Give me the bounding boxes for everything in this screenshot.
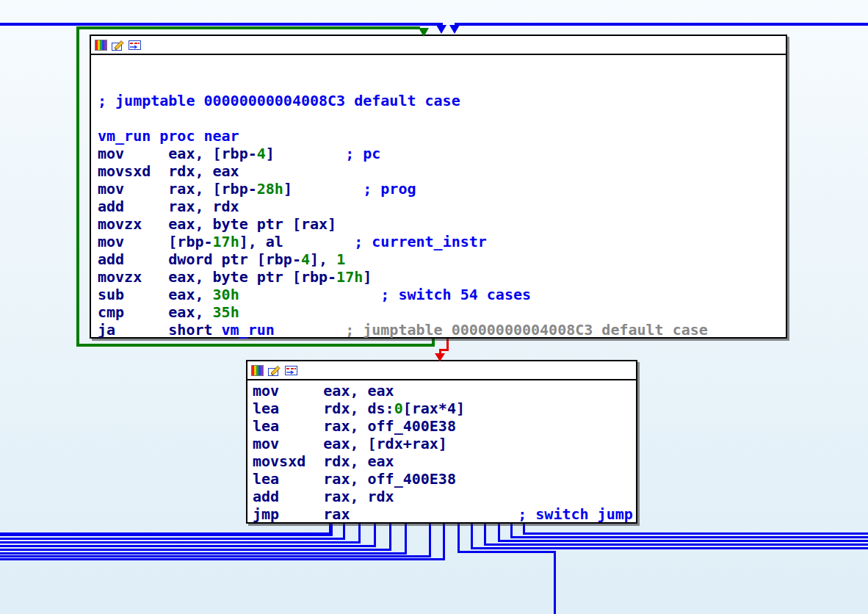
asm-token-n: 4	[301, 250, 310, 268]
asm-line[interactable]: add rax, rdx	[98, 198, 786, 215]
disassembly-vm-run[interactable]: ; jumptable 00000000004008C3 default cas…	[91, 55, 786, 339]
asm-token-c: [rax*4]	[403, 400, 465, 417]
asm-token-c: cmp eax,	[98, 303, 213, 321]
edit-comment-icon[interactable]	[112, 40, 124, 51]
asm-token-n: 17h	[213, 233, 239, 250]
switch-case-edge	[471, 524, 473, 549]
asm-token-c: sub eax,	[98, 286, 213, 303]
asm-line[interactable]: sub eax, 30h ; switch 54 cases	[98, 286, 786, 303]
asm-line[interactable]: jmp rax ; switch jump	[253, 505, 636, 523]
asm-token-c	[275, 321, 345, 339]
asm-token-m: ; prog	[363, 180, 416, 198]
asm-token-n: 1	[336, 250, 345, 268]
edge-arrow-red	[435, 353, 445, 361]
asm-token-n: 35h	[213, 303, 239, 321]
switch-case-edge	[443, 524, 445, 560]
asm-line[interactable]: movzx eax, byte ptr [rax]	[98, 215, 786, 233]
asm-token-c	[350, 505, 518, 523]
asm-token-m: ; pc	[345, 145, 380, 162]
switch-case-edge	[0, 545, 376, 547]
asm-line[interactable]	[98, 74, 786, 92]
asm-token-c: mov rax, [rbp-	[98, 180, 257, 198]
asm-line[interactable]	[98, 109, 786, 127]
switch-case-edge	[484, 543, 868, 546]
switch-case-edge	[498, 540, 868, 542]
asm-line[interactable]: mov eax, [rbp-4] ; pc	[98, 145, 786, 162]
asm-token-c: lea rax, off_400E38	[253, 417, 456, 435]
switch-case-edge	[554, 551, 556, 614]
ida-graph-canvas[interactable]: ; jumptable 00000000004008C3 default cas…	[0, 0, 868, 614]
asm-token-c: movsxd rdx, eax	[98, 162, 239, 180]
asm-line[interactable]: lea rax, off_400E38	[253, 417, 636, 435]
switch-case-edge	[0, 552, 407, 555]
asm-token-c: ],	[310, 250, 336, 268]
asm-line[interactable]: mov eax, eax	[253, 382, 636, 400]
edge-loop-green-left	[76, 26, 79, 347]
asm-line[interactable]: lea rax, off_400E38	[253, 470, 636, 488]
asm-token-c: ja short	[98, 321, 222, 339]
asm-token-p: vm_run proc near	[98, 127, 239, 145]
asm-token-m: ; jumptable 00000000004008C3 default cas…	[98, 92, 460, 109]
asm-line[interactable]: ja short vm_run ; jumptable 000000000040…	[98, 321, 786, 339]
asm-line[interactable]: vm_run proc near	[98, 127, 786, 145]
asm-token-c: mov eax, eax	[253, 382, 394, 400]
switch-case-edge	[484, 524, 486, 546]
asm-token-c: ], al	[239, 233, 355, 250]
switch-case-edge	[358, 524, 361, 543]
edge-incoming-blue-right	[455, 23, 868, 26]
edit-comment-icon[interactable]	[268, 365, 281, 376]
edge-arrow-blue-1	[436, 25, 446, 34]
asm-token-c: lea rax, off_400E38	[253, 470, 456, 488]
asm-token-c: lea rdx, ds:	[253, 400, 394, 417]
asm-token-m: ; switch jump	[518, 505, 633, 523]
switch-case-edge	[0, 538, 345, 540]
switch-case-edge	[523, 532, 868, 535]
asm-line[interactable]	[98, 57, 786, 74]
asm-token-c	[239, 286, 381, 303]
switch-case-edge	[374, 524, 376, 547]
asm-line[interactable]: add rax, rdx	[253, 488, 636, 505]
edge-loop-green-top	[76, 26, 420, 29]
asm-token-m: ; switch 54 cases	[380, 286, 531, 303]
asm-token-c: mov [rbp-	[98, 233, 213, 250]
asm-line[interactable]: cmp eax, 35h	[98, 303, 786, 321]
color-palette-icon[interactable]	[95, 40, 107, 51]
asm-token-c: add rax, rdx	[253, 488, 394, 505]
asm-token-c: ]	[363, 268, 372, 286]
switch-case-edge	[457, 551, 556, 553]
asm-line[interactable]: mov rax, [rbp-28h] ; prog	[98, 180, 786, 198]
asm-token-c: movzx eax, byte ptr [rax]	[98, 215, 336, 233]
asm-token-n: 17h	[336, 268, 363, 286]
asm-token-r: vm_run	[222, 321, 275, 339]
asm-token-c: add rax, rdx	[98, 198, 239, 215]
asm-line[interactable]: movzx eax, byte ptr [rbp-17h]	[98, 268, 786, 286]
color-palette-icon[interactable]	[251, 365, 264, 376]
asm-token-c: ]	[266, 145, 345, 162]
edge-arrow-green	[419, 28, 429, 37]
disassembly-switch-dispatch[interactable]: mov eax, eaxlea rdx, ds:0[rax*4]lea rax,…	[247, 380, 636, 523]
edge-loop-green-bottom	[76, 344, 435, 347]
asm-line[interactable]: add dword ptr [rbp-4], 1	[98, 250, 786, 268]
asm-line[interactable]: mov [rbp-17h], al ; current_instr	[98, 233, 786, 250]
asm-token-c: add dword ptr [rbp-	[98, 250, 301, 268]
switch-case-edge	[0, 558, 445, 560]
asm-token-n: 4	[257, 145, 266, 162]
asm-token-c: movzx eax, byte ptr [rbp-	[98, 268, 336, 286]
asm-line[interactable]: movsxd rdx, eax	[253, 452, 636, 470]
asm-line[interactable]: mov eax, [rdx+rax]	[253, 435, 636, 452]
asm-token-n: 30h	[213, 286, 239, 303]
asm-line[interactable]: lea rdx, ds:0[rax*4]	[253, 400, 636, 417]
asm-token-c: mov eax, [rbp-	[98, 145, 257, 162]
asm-token-c: ]	[283, 180, 363, 198]
switch-case-edge	[471, 547, 868, 549]
node-titlebar	[91, 36, 786, 55]
asm-token-c: movsxd rdx, eax	[253, 452, 394, 470]
group-nodes-icon[interactable]	[129, 40, 141, 51]
asm-line[interactable]: movsxd rdx, eax	[98, 162, 786, 180]
asm-line[interactable]: ; jumptable 00000000004008C3 default cas…	[98, 92, 786, 109]
graph-node-vm-run[interactable]: ; jumptable 00000000004008C3 default cas…	[90, 35, 787, 339]
switch-case-edge	[510, 536, 868, 538]
switch-case-edge	[389, 524, 391, 551]
group-nodes-icon[interactable]	[285, 365, 297, 376]
graph-node-switch-dispatch[interactable]: mov eax, eaxlea rdx, ds:0[rax*4]lea rax,…	[246, 360, 637, 524]
